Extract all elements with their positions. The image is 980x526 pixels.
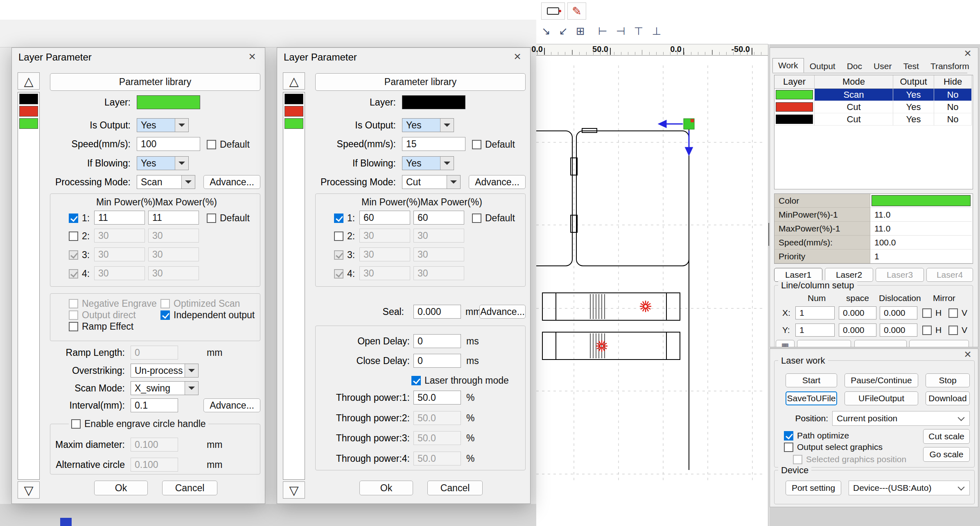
power-row-2-toggle[interactable]: 2: <box>69 231 90 242</box>
y-mirror-h-option[interactable]: H <box>922 325 942 335</box>
tab-user[interactable]: User <box>868 60 897 73</box>
port-setting-button[interactable]: Port setting <box>786 481 841 495</box>
device-select[interactable]: Device---(USB:Auto) <box>849 481 970 495</box>
laser2-button[interactable]: Laser2 <box>825 268 873 282</box>
parameter-library-button[interactable]: Parameter library <box>50 73 260 91</box>
position-select[interactable]: Current position <box>832 411 970 426</box>
layer-color-cell[interactable] <box>775 113 815 126</box>
tab-transform[interactable]: Transform <box>925 60 975 73</box>
engrave-circle-checkbox[interactable] <box>71 419 81 429</box>
seal-input[interactable]: 0.000 <box>413 305 461 319</box>
canvas-drawing[interactable] <box>536 56 768 526</box>
tab-test[interactable]: Test <box>897 60 925 73</box>
power-2-checkbox[interactable] <box>334 232 343 241</box>
power-default-option[interactable]: Default <box>207 213 250 224</box>
power-1-checkbox[interactable] <box>334 214 343 223</box>
ufile-output-button[interactable]: UFileOutput <box>845 391 918 405</box>
close-icon[interactable] <box>508 49 527 64</box>
mode-cell[interactable]: Cut <box>815 113 893 126</box>
property-value[interactable]: 11.0 <box>870 208 972 222</box>
laser-through-option[interactable]: Laser through mode <box>411 375 509 386</box>
layer-list-up-button[interactable] <box>18 72 40 90</box>
y-dislocation-input[interactable]: 0.000 <box>880 324 917 337</box>
layer-color-field[interactable] <box>137 95 200 109</box>
dropdown-arrow-icon[interactable] <box>185 382 198 395</box>
laser-pointer-tool-button[interactable]: ✎ <box>567 2 586 20</box>
parameter-library-button[interactable]: Parameter library <box>315 73 526 91</box>
close-icon[interactable] <box>243 49 262 64</box>
property-value[interactable] <box>870 194 972 208</box>
speed-input[interactable]: 15 <box>402 137 465 151</box>
overstriking-select[interactable]: Un-process <box>131 364 199 378</box>
scan-mode-select[interactable]: X_swing <box>131 381 199 395</box>
splitter-handle[interactable] <box>768 223 769 246</box>
stop-button[interactable]: Stop <box>926 373 970 387</box>
y-mirror-v-checkbox[interactable] <box>948 326 958 335</box>
output-select-graphics-option[interactable]: Output select graphics <box>784 442 883 452</box>
processing-advance-button[interactable]: Advance... <box>469 175 526 189</box>
power-row-1-toggle[interactable]: 1: <box>334 213 355 224</box>
max-power-1-input[interactable]: 60 <box>413 211 464 225</box>
go-scale-button[interactable]: Go scale <box>923 447 970 462</box>
y-space-input[interactable]: 0.000 <box>839 324 876 337</box>
hide-cell[interactable]: No <box>934 113 972 126</box>
speed-input[interactable]: 100 <box>137 137 200 151</box>
ok-button[interactable]: Ok <box>359 481 413 495</box>
independent-output-checkbox[interactable] <box>160 310 170 320</box>
power-row-2-toggle[interactable]: 2: <box>334 231 355 242</box>
layer-row[interactable]: Cut Yes No <box>775 101 973 113</box>
x-mirror-h-option[interactable]: H <box>922 308 942 318</box>
array-icon-button[interactable] <box>776 340 795 347</box>
through-power-1-input[interactable]: 50.0 <box>413 391 461 405</box>
layer-color-cell[interactable] <box>775 101 815 113</box>
output-cell[interactable]: Yes <box>893 113 934 126</box>
clipped-button-3[interactable] <box>909 340 969 347</box>
y-mirror-v-option[interactable]: V <box>948 325 967 335</box>
cancel-button[interactable]: Cancel <box>427 481 483 495</box>
processing-mode-select[interactable]: Scan <box>137 175 195 189</box>
dropdown-arrow-icon[interactable] <box>175 119 188 132</box>
clipped-button-2[interactable] <box>854 340 907 347</box>
engrave-circle-option[interactable]: Enable engrave circle handle <box>69 418 208 429</box>
align-left-icon[interactable]: ⊢ <box>594 23 611 39</box>
x-mirror-v-checkbox[interactable] <box>948 308 958 318</box>
download-button[interactable]: Download <box>926 391 970 405</box>
power-default-checkbox[interactable] <box>207 214 216 223</box>
ramp-effect-checkbox[interactable] <box>69 322 78 331</box>
ramp-effect-option[interactable]: Ramp Effect <box>69 321 133 332</box>
hide-cell[interactable]: No <box>934 89 972 101</box>
processing-advance-button[interactable]: Advance... <box>203 175 260 189</box>
default-checkbox[interactable] <box>207 140 216 149</box>
x-num-input[interactable]: 1 <box>795 306 835 319</box>
if-blowing-select[interactable]: Yes <box>137 156 189 170</box>
mode-cell[interactable]: Cut <box>815 101 893 113</box>
mode-cell[interactable]: Scan <box>815 89 893 101</box>
min-power-1-input[interactable]: 60 <box>359 211 410 225</box>
x-dislocation-input[interactable]: 0.000 <box>880 306 917 319</box>
open-delay-input[interactable]: 0 <box>413 334 461 348</box>
independent-output-option[interactable]: Independent output <box>160 310 255 321</box>
tab-output[interactable]: Output <box>804 60 841 73</box>
save-to-ufile-button[interactable]: SaveToUFile <box>786 391 837 405</box>
layer-list-up-button[interactable] <box>283 72 305 90</box>
property-value[interactable]: 100.0 <box>870 236 972 250</box>
tab-doc[interactable]: Doc <box>841 60 868 73</box>
cancel-button[interactable]: Cancel <box>162 481 217 495</box>
dropdown-arrow-icon[interactable] <box>440 119 454 132</box>
align-corner-br-icon[interactable]: ↘ <box>538 23 554 39</box>
layer-row[interactable]: Cut Yes No <box>775 113 973 126</box>
power-2-checkbox[interactable] <box>69 232 78 241</box>
seal-advance-button[interactable]: Advance... <box>479 305 526 319</box>
align-right-icon[interactable]: ⊣ <box>612 23 629 39</box>
align-bottom-icon[interactable]: ⊥ <box>648 23 665 39</box>
clipped-button-1[interactable] <box>797 340 851 347</box>
ok-button[interactable]: Ok <box>94 481 148 495</box>
max-power-1-input[interactable]: 11 <box>148 211 199 225</box>
laser1-button[interactable]: Laser1 <box>774 268 822 282</box>
capture-tool-button[interactable] <box>541 2 565 20</box>
x-mirror-v-option[interactable]: V <box>948 308 967 318</box>
speed-default-option[interactable]: Default <box>207 139 250 150</box>
dropdown-arrow-icon[interactable] <box>440 157 454 170</box>
layer-color-field[interactable] <box>402 95 465 109</box>
align-center-icon[interactable]: ⊞ <box>572 23 589 39</box>
